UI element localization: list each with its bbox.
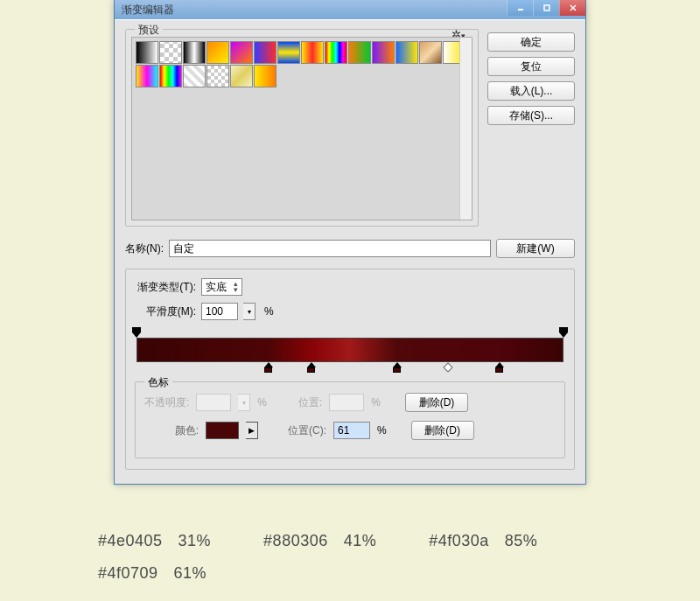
- delete-opacity-stop-button[interactable]: 删除(D): [405, 393, 468, 412]
- opacity-pos-input: [329, 394, 364, 411]
- color-picker-arrow[interactable]: ▶: [246, 422, 258, 439]
- opacity-stop-row: 不透明度: ▾ % 位置: % 删除(D): [144, 393, 556, 412]
- anno-hex: #4e0405: [98, 532, 163, 550]
- gradient-preview[interactable]: [136, 338, 564, 362]
- preset-swatch[interactable]: [136, 41, 158, 64]
- opacity-label: 不透明度:: [144, 395, 189, 410]
- gradient-editor-window: 渐变编辑器 预设 ✲▾ 确定: [114, 0, 586, 485]
- gradient-type-value: 实底: [206, 280, 227, 295]
- smoothness-label: 平滑度(M):: [135, 304, 196, 319]
- window-controls: [507, 0, 585, 16]
- gradient-type-select[interactable]: 实底 ▴▾: [201, 278, 242, 296]
- gradient-type-label: 渐变类型(T):: [135, 280, 196, 295]
- stops-group-label: 色标: [144, 375, 172, 390]
- preset-swatch[interactable]: [277, 41, 300, 64]
- dialog-buttons: 确定 复位 载入(L)... 存储(S)...: [487, 29, 575, 227]
- close-button[interactable]: [559, 0, 585, 16]
- preset-swatch[interactable]: [325, 41, 347, 64]
- anno-hex: #4f0709: [98, 564, 158, 583]
- anno-pct: 31%: [178, 532, 212, 550]
- ok-button[interactable]: 确定: [487, 32, 575, 52]
- smoothness-stepper[interactable]: ▾: [243, 303, 256, 320]
- opacity-pos-label: 位置:: [298, 395, 322, 410]
- color-stop[interactable]: [393, 362, 402, 373]
- anno-pct: 61%: [174, 564, 207, 583]
- color-pos-label: 位置(C):: [288, 423, 326, 438]
- preset-swatch[interactable]: [136, 65, 158, 87]
- color-annotations: #4e040531% #88030641% #4f030a85% #4f0709…: [98, 532, 537, 597]
- smoothness-suffix: %: [264, 305, 274, 318]
- presets-group: 预设 ✲▾: [125, 29, 479, 227]
- stops-group: 色标 不透明度: ▾ % 位置: % 删除(D) 颜色: ▶ 位置(C):: [135, 381, 565, 458]
- select-arrows-icon: ▴▾: [234, 281, 238, 293]
- opacity-pos-pct: %: [371, 396, 381, 409]
- color-stop-row: 颜色: ▶ 位置(C): 61 % 删除(D): [144, 421, 556, 440]
- delete-color-stop-button[interactable]: 删除(D): [411, 421, 474, 440]
- gradient-settings-group: 渐变类型(T): 实底 ▴▾ 平滑度(M): 100▾ % 色标 不透明度:: [125, 269, 575, 470]
- new-button[interactable]: 新建(W): [496, 239, 575, 258]
- preset-swatch[interactable]: [348, 41, 371, 64]
- color-pos-input[interactable]: 61: [333, 422, 370, 439]
- anno-pct: 41%: [344, 532, 377, 550]
- opacity-input: [196, 394, 231, 411]
- maximize-button[interactable]: [533, 0, 559, 16]
- color-swatch[interactable]: [206, 422, 239, 439]
- opacity-stop[interactable]: [559, 327, 568, 338]
- dialog-body: 预设 ✲▾ 确定 复位 载入(L)... 存储(S)... 名称(N): 新建(…: [115, 19, 585, 484]
- preset-swatch[interactable]: [230, 41, 253, 64]
- opacity-stepper: ▾: [238, 394, 250, 411]
- preset-swatch[interactable]: [206, 41, 229, 64]
- preset-swatch[interactable]: [301, 41, 324, 64]
- preset-swatch[interactable]: [372, 41, 395, 64]
- window-title: 渐变编辑器: [118, 3, 174, 17]
- titlebar[interactable]: 渐变编辑器: [115, 0, 585, 19]
- preset-swatch[interactable]: [419, 41, 442, 64]
- svg-rect-1: [544, 5, 550, 10]
- preset-swatch[interactable]: [159, 41, 182, 64]
- color-stop[interactable]: [307, 362, 316, 373]
- preset-swatch[interactable]: [183, 41, 206, 64]
- color-label: 颜色:: [144, 423, 199, 438]
- name-input[interactable]: [169, 240, 491, 257]
- anno-hex: #880306: [263, 532, 328, 550]
- presets-list[interactable]: [131, 37, 472, 220]
- color-stop[interactable]: [495, 362, 504, 373]
- minimize-button[interactable]: [507, 0, 533, 16]
- load-button[interactable]: 载入(L)...: [487, 81, 575, 101]
- preset-swatch[interactable]: [230, 65, 253, 87]
- midpoint-handle[interactable]: [444, 362, 453, 372]
- preset-swatch[interactable]: [396, 41, 418, 64]
- save-button[interactable]: 存储(S)...: [487, 106, 575, 125]
- anno-hex: #4f030a: [429, 532, 489, 550]
- scrollbar[interactable]: [459, 38, 472, 220]
- preset-swatch[interactable]: [159, 65, 182, 87]
- opacity-pct: %: [257, 396, 267, 409]
- preset-swatch[interactable]: [254, 65, 276, 87]
- reset-button[interactable]: 复位: [487, 57, 575, 76]
- name-label: 名称(N):: [125, 241, 164, 256]
- opacity-stop[interactable]: [132, 327, 141, 338]
- preset-swatch[interactable]: [206, 65, 229, 87]
- preset-swatch[interactable]: [183, 65, 206, 87]
- anno-pct: 85%: [505, 532, 538, 550]
- gradient-editor-bar[interactable]: [136, 327, 564, 373]
- color-pos-pct: %: [377, 424, 387, 437]
- presets-label: 预设: [135, 23, 163, 38]
- smoothness-input[interactable]: 100: [201, 303, 238, 320]
- color-stop[interactable]: [264, 362, 273, 373]
- preset-swatch[interactable]: [254, 41, 276, 64]
